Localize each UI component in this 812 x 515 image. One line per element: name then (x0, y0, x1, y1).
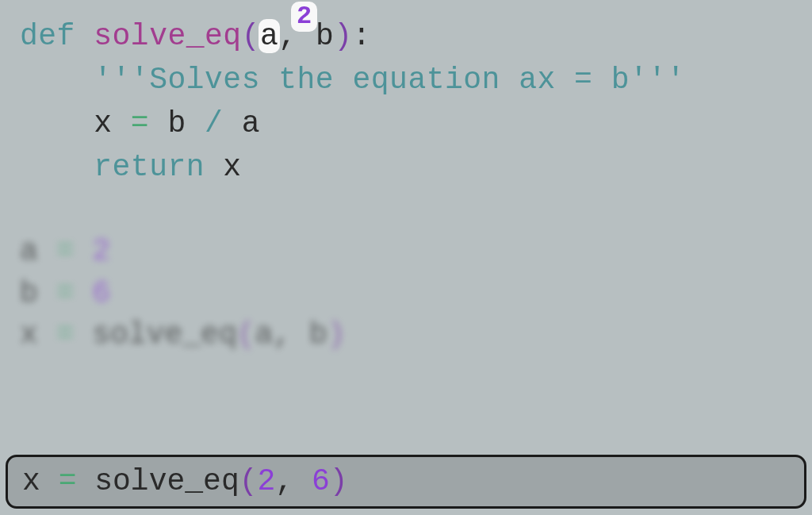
exec-close-paren: ) (330, 464, 348, 498)
open-paren: ( (242, 19, 260, 53)
keyword-def: def (20, 19, 94, 53)
param-a-annotation: 2 (291, 2, 317, 32)
blurred-line-2: b = 6 (20, 273, 792, 314)
exec-equals: = (59, 464, 77, 498)
close-paren: ) (334, 19, 352, 53)
code-line-def: def solve_eq(a, b): (20, 14, 792, 58)
exec-comma: , (275, 464, 312, 498)
code-editor-blurred: a = 2 b = 6 x = solve_eq(a, b) (0, 231, 812, 356)
code-line-return: return x (20, 145, 792, 189)
docstring-text: '''Solves the equation ax = b''' (94, 63, 685, 97)
colon: : (353, 19, 371, 53)
blurred-line-3: x = solve_eq(a, b) (20, 314, 792, 356)
equals-op: = (131, 106, 149, 140)
function-name: solve_eq (94, 19, 241, 53)
param-b: b (316, 19, 334, 53)
blurred-line-1: a = 2 (20, 231, 792, 272)
exec-arg2: 6 (312, 464, 330, 498)
var-a: a (242, 106, 260, 140)
param-a: a (259, 19, 280, 53)
exec-open-paren: ( (239, 464, 258, 498)
exec-fn-name: solve_eq (94, 464, 239, 498)
code-editor-main: def solve_eq(a, b): '''Solves the equati… (0, 0, 812, 203)
exec-arg1: 2 (258, 464, 276, 498)
var-b: b (167, 106, 186, 140)
code-line-docstring: '''Solves the equation ax = b''' (20, 58, 792, 102)
div-op: / (205, 106, 223, 140)
keyword-return: return (94, 150, 223, 184)
var-x: x (94, 106, 112, 140)
code-line-assign: x = b / a (20, 102, 792, 145)
execution-line: x = solve_eq(2, 6) (22, 463, 790, 500)
exec-var-x: x (22, 464, 40, 498)
return-var: x (223, 150, 241, 184)
execution-bar: x = solve_eq(2, 6) (6, 455, 806, 509)
